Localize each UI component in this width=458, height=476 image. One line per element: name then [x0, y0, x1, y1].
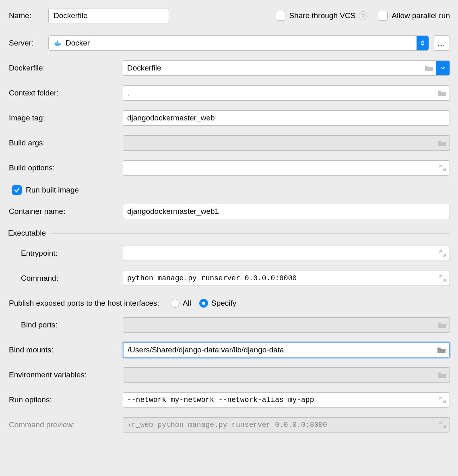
ports-specify-radio[interactable]: [199, 299, 208, 308]
server-label: Server:: [8, 39, 48, 48]
image-tag-label: Image tag:: [8, 114, 123, 122]
run-options-label: Run options:: [8, 395, 123, 404]
command-preview-input: ›r_web python manage.py runserver 0.0.0.…: [123, 417, 450, 433]
bind-mounts-label: Bind mounts:: [8, 346, 123, 354]
build-args-label: Build args:: [8, 139, 123, 147]
dockerfile-input[interactable]: Dockerfile: [123, 60, 450, 76]
ports-all-label: All: [183, 299, 191, 308]
build-options-input[interactable]: [123, 160, 450, 176]
container-name-value: djangodockermaster_web1: [127, 207, 219, 216]
build-args-input[interactable]: [123, 135, 450, 151]
expand-icon[interactable]: [439, 250, 446, 257]
svg-rect-0: [56, 42, 57, 43]
run-built-image-checkbox[interactable]: [12, 185, 22, 195]
dockerfile-label: Dockerfile:: [8, 64, 123, 72]
share-vcs-label: Share through VCS: [289, 11, 356, 20]
name-value: Dockerfile: [54, 11, 87, 20]
folder-icon[interactable]: [437, 139, 446, 147]
server-value: Docker: [66, 39, 90, 48]
expand-icon[interactable]: [439, 275, 446, 282]
server-select[interactable]: Docker: [48, 35, 429, 51]
command-label: Command:: [8, 274, 123, 283]
server-dropdown-icon[interactable]: [417, 36, 429, 50]
context-folder-label: Context folder:: [8, 89, 123, 97]
run-built-image-label: Run built image: [26, 186, 79, 195]
build-options-label: Build options:: [8, 163, 123, 172]
executable-section-label: Executable: [8, 229, 46, 238]
entrypoint-label: Entrypoint:: [8, 249, 123, 258]
name-input[interactable]: Dockerfile: [48, 8, 169, 23]
command-value: python manage.py runserver 0.0.0.0:8000: [127, 274, 297, 282]
divider: [51, 233, 450, 234]
ports-specify-label: Specify: [211, 299, 236, 308]
expand-icon[interactable]: [439, 396, 446, 404]
context-folder-value: .: [127, 89, 129, 97]
docker-icon: [54, 39, 62, 47]
folder-icon[interactable]: [425, 64, 433, 72]
folder-icon[interactable]: [437, 321, 446, 329]
server-browse-button[interactable]: ...: [433, 35, 450, 51]
svg-rect-1: [57, 42, 58, 43]
allow-parallel-label: Allow parallel run: [392, 11, 450, 20]
command-preview-value: ›r_web python manage.py runserver 0.0.0.…: [127, 421, 327, 429]
dockerfile-dropdown-icon[interactable]: [436, 61, 450, 75]
container-name-input[interactable]: djangodockermaster_web1: [123, 204, 450, 219]
bind-mounts-value: /Users/Shared/django-data:var/lib/django…: [128, 346, 284, 354]
publish-ports-label: Publish exposed ports to the host interf…: [8, 299, 159, 308]
folder-icon[interactable]: [437, 371, 446, 379]
bind-ports-label: Bind ports:: [8, 321, 123, 329]
env-vars-label: Environment variables:: [8, 370, 123, 379]
entrypoint-input[interactable]: [123, 246, 450, 261]
allow-parallel-checkbox[interactable]: [378, 11, 388, 21]
share-vcs-checkbox[interactable]: [276, 11, 285, 21]
svg-rect-2: [57, 41, 58, 42]
name-label: Name:: [8, 11, 48, 20]
image-tag-value: djangodockermaster_web: [127, 114, 215, 122]
help-icon[interactable]: ?: [359, 11, 367, 20]
env-vars-input[interactable]: [123, 367, 450, 383]
run-options-value: --network my-network --network-alias my-…: [127, 396, 314, 404]
expand-icon[interactable]: [439, 421, 446, 428]
run-options-input[interactable]: --network my-network --network-alias my-…: [123, 392, 450, 408]
command-preview-label: Command preview:: [8, 420, 123, 429]
ports-all-radio[interactable]: [171, 299, 179, 308]
bind-mounts-input[interactable]: /Users/Shared/django-data:var/lib/django…: [123, 342, 450, 358]
folder-icon[interactable]: [437, 89, 446, 97]
folder-icon[interactable]: [437, 346, 446, 354]
expand-icon[interactable]: [439, 164, 446, 172]
command-input[interactable]: python manage.py runserver 0.0.0.0:8000: [123, 271, 450, 286]
image-tag-input[interactable]: djangodockermaster_web: [123, 110, 450, 126]
container-name-label: Container name:: [8, 207, 123, 216]
bind-ports-input[interactable]: [123, 317, 450, 333]
context-folder-input[interactable]: .: [123, 85, 450, 101]
dockerfile-value: Dockerfile: [127, 64, 161, 72]
